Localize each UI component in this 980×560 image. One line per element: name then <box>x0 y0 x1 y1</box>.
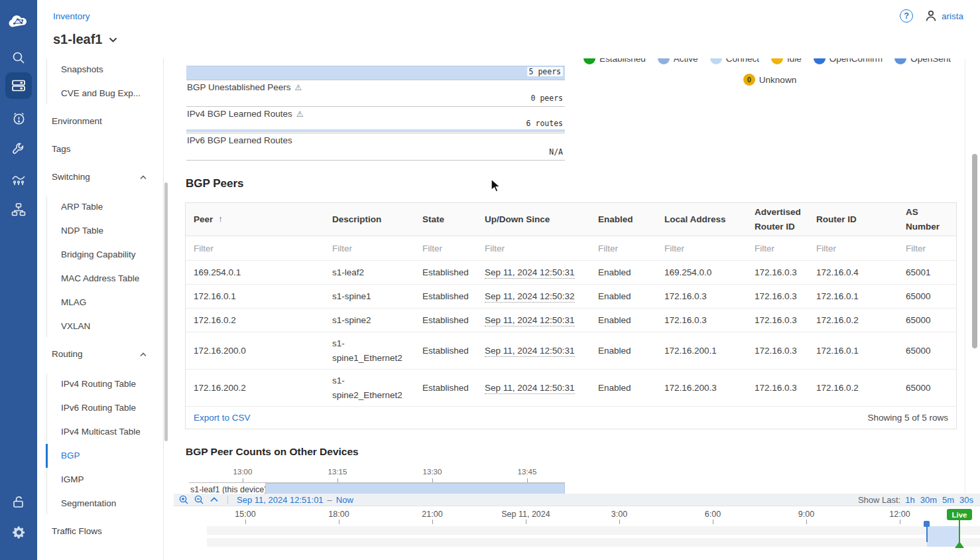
sidebar-item-vxlan[interactable]: VXLAN <box>37 315 163 338</box>
breadcrumb-inventory[interactable]: Inventory <box>53 11 90 21</box>
table-row[interactable]: 172.16.200.2s1-spine2_Ethernet2Establish… <box>186 370 956 407</box>
filter-input-enabled[interactable] <box>598 244 654 253</box>
cell-state: Established <box>414 265 477 280</box>
timeline-strip-1[interactable] <box>207 526 980 535</box>
table-filter-row <box>186 236 956 261</box>
cell-local_address: 172.16.200.3 <box>656 381 747 395</box>
timeline-start-handle[interactable] <box>924 521 930 527</box>
filter-input-since[interactable] <box>485 244 581 253</box>
filter-input-local_address[interactable] <box>664 244 741 253</box>
up-down-since-value[interactable]: Sep 11, 2024 12:50:31 <box>485 267 575 279</box>
topology-icon[interactable] <box>11 202 27 218</box>
show-last-30m[interactable]: 30m <box>920 495 937 505</box>
export-csv-link[interactable]: Export to CSV <box>194 413 251 423</box>
col-header-description[interactable]: Description <box>324 212 414 227</box>
col-header-as_number[interactable]: AS Number <box>898 205 956 234</box>
sidebar-item-routing[interactable]: Routing <box>37 342 163 366</box>
user-menu[interactable]: arista <box>924 9 963 23</box>
table-row[interactable]: 172.16.0.2s1-spine2EstablishedSep 11, 20… <box>186 309 956 332</box>
zoom-in-icon[interactable] <box>179 495 188 504</box>
metric-established-peers[interactable]: 5 peers <box>186 58 565 80</box>
up-down-since-value[interactable]: Sep 11, 2024 12:50:31 <box>485 315 575 326</box>
sidebar-item-bridging-capability[interactable]: Bridging Capability <box>37 243 163 267</box>
metric-ipv6-learned-routes[interactable]: IPv6 BGP Learned Routes N/A <box>186 133 565 161</box>
sidebar-item-ipv4-multicast-table[interactable]: IPv4 Multicast Table <box>37 420 163 444</box>
sidebar-item-igmp[interactable]: IGMP <box>37 468 163 492</box>
collapse-timeline-icon[interactable] <box>210 495 219 504</box>
sidebar-item-bgp[interactable]: BGP <box>37 444 163 468</box>
peer-counts-bar[interactable] <box>265 483 565 494</box>
col-header-advertised_router_id[interactable]: Advertised Router ID <box>747 205 808 234</box>
sidebar-item-tags[interactable]: Tags <box>37 137 163 161</box>
col-header-peer[interactable]: Peer↑ <box>186 212 324 227</box>
filter-input-peer[interactable] <box>194 244 312 253</box>
timeline-tick-mark <box>806 520 807 524</box>
timeline-live-pointer[interactable] <box>955 541 964 548</box>
sidebar-item-ipv6-routing-table[interactable]: IPv6 Routing Table <box>37 396 163 420</box>
content-scrollbar[interactable] <box>972 154 977 348</box>
cell-local_address: 172.16.200.1 <box>656 344 747 358</box>
col-header-since[interactable]: Up/Down Since <box>477 212 590 227</box>
timeline-start-marker[interactable] <box>926 527 928 542</box>
metric-unestablished-peers[interactable]: BGP Unestablished Peers⚠ 0 peers <box>186 80 565 107</box>
filter-cell-local_address <box>656 244 747 253</box>
table-row[interactable]: 169.254.0.1s1-leaf2EstablishedSep 11, 20… <box>186 261 956 285</box>
metric-ipv4-learned-routes[interactable]: IPv4 BGP Learned Routes⚠ 6 routes <box>186 107 565 133</box>
up-down-since-value[interactable]: Sep 11, 2024 12:50:31 <box>485 346 575 357</box>
sidebar-item-ndp-table[interactable]: NDP Table <box>37 219 163 243</box>
filter-input-description[interactable] <box>332 244 409 253</box>
up-down-since-value[interactable]: Sep 11, 2024 12:50:31 <box>485 383 575 394</box>
filter-input-router_id[interactable] <box>816 244 892 253</box>
col-header-state[interactable]: State <box>414 212 477 227</box>
show-last-1h[interactable]: 1h <box>905 495 914 505</box>
bgp-peers-title: BGP Peers <box>186 177 244 190</box>
sidebar-item-snapshots[interactable]: Snapshots <box>37 58 163 82</box>
device-sidebar: SnapshotsCVE and Bug Exp...EnvironmentTa… <box>37 58 164 560</box>
sidebar-item-switching[interactable]: Switching <box>37 165 163 189</box>
sidebar-item-environment[interactable]: Environment <box>37 109 163 133</box>
show-last-30s[interactable]: 30s <box>959 495 973 505</box>
sidebar-item-mac-address-table[interactable]: MAC Address Table <box>37 267 163 291</box>
table-row[interactable]: 172.16.0.1s1-spine1EstablishedSep 11, 20… <box>186 285 956 309</box>
time-range-text[interactable]: Sep 11, 2024 12:51:01–Now <box>237 495 353 505</box>
sidebar-group: SnapshotsCVE and Bug Exp... <box>37 58 163 105</box>
sidebar-item-segmentation[interactable]: Segmentation <box>37 492 163 516</box>
timeline-tick-mark <box>432 520 433 524</box>
filter-input-state[interactable] <box>422 244 475 253</box>
lock-icon[interactable] <box>11 494 27 510</box>
events-icon[interactable] <box>11 110 27 126</box>
sidebar-item-ipv4-routing-table[interactable]: IPv4 Routing Table <box>37 372 163 396</box>
help-icon[interactable]: ? <box>900 9 913 23</box>
search-icon[interactable] <box>11 50 27 66</box>
cell-as_number: 65000 <box>898 313 956 328</box>
up-down-since-value[interactable]: Sep 11, 2024 12:50:32 <box>485 291 575 303</box>
device-title[interactable]: s1-leaf1 <box>53 32 117 47</box>
provisioning-icon[interactable] <box>11 141 27 157</box>
settings-icon[interactable] <box>11 524 27 540</box>
filter-input-advertised_router_id[interactable] <box>755 244 807 253</box>
sidebar-item-cve-and-bug-exp[interactable]: CVE and Bug Exp... <box>37 82 163 105</box>
sidebar-item-mlag[interactable]: MLAG <box>37 291 163 315</box>
sidebar-item-arp-table[interactable]: ARP Table <box>37 195 163 219</box>
cloudvision-logo[interactable] <box>8 13 29 31</box>
timeline-strip-2[interactable] <box>207 538 980 547</box>
metrics-icon[interactable] <box>11 171 27 187</box>
zoom-out-icon[interactable] <box>194 495 204 504</box>
col-header-router_id[interactable]: Router ID <box>808 212 898 227</box>
filter-input-as_number[interactable] <box>906 244 955 253</box>
table-footer: Export to CSV Showing 5 of 5 rows <box>186 407 956 429</box>
col-header-enabled[interactable]: Enabled <box>590 212 656 227</box>
cell-enabled: Enabled <box>590 289 656 304</box>
timeline-tick-label: 15:00 <box>235 510 255 519</box>
timeline-tick-mark <box>900 520 900 524</box>
devices-nav-selected[interactable] <box>5 72 32 99</box>
axis-tick-mark <box>337 478 338 482</box>
live-badge[interactable]: Live <box>947 509 972 520</box>
sidebar-item-traffic-flows[interactable]: Traffic Flows <box>37 520 163 543</box>
table-row[interactable]: 172.16.200.0s1-spine1_Ethernet2Establish… <box>186 332 956 370</box>
legend-item-established: Established <box>583 58 646 64</box>
legend-item-idle: Idle <box>771 58 802 64</box>
show-last-5m[interactable]: 5m <box>942 495 954 505</box>
sidebar-scrollbar[interactable] <box>164 182 168 441</box>
col-header-local_address[interactable]: Local Address <box>656 212 747 227</box>
